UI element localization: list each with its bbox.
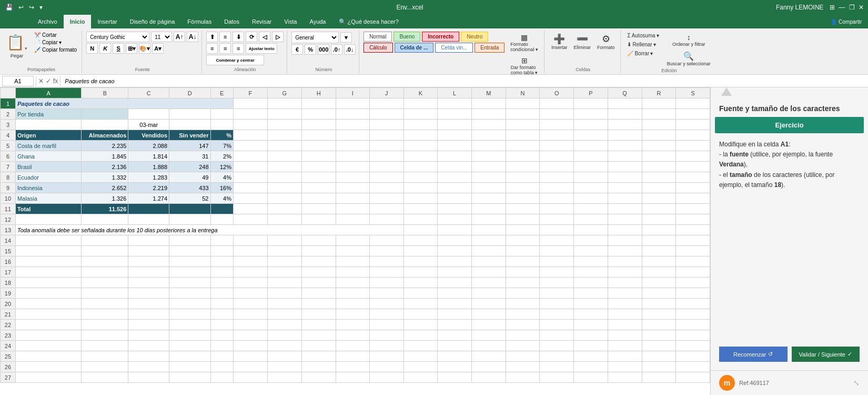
style-celdavin-btn[interactable]: Celda vin... [435, 43, 473, 53]
cell-l7[interactable] [438, 162, 472, 172]
cell-d5[interactable]: 147 [169, 141, 210, 151]
cell-r4[interactable] [642, 130, 676, 141]
align-left-btn[interactable]: ≡ [206, 43, 218, 54]
cell-p2[interactable] [574, 109, 608, 120]
cell-p7[interactable] [574, 162, 608, 172]
cell-g4[interactable] [267, 130, 301, 141]
cell-s9[interactable] [676, 183, 710, 193]
cell-c5[interactable]: 2.088 [128, 141, 169, 151]
col-header-a[interactable]: A [15, 88, 81, 98]
align-top-btn[interactable]: ⬆ [206, 32, 218, 42]
cell-o10[interactable] [540, 193, 574, 204]
cell-m13[interactable] [471, 225, 506, 235]
cell-b10[interactable]: 1.326 [82, 193, 128, 204]
cell-g10[interactable] [267, 193, 301, 204]
cell-h3[interactable] [301, 120, 336, 130]
sort-btn[interactable]: ↕ Ordenar y filtrar [664, 32, 713, 48]
cell-g3[interactable] [267, 120, 301, 130]
redo-icon[interactable]: ↪ [28, 3, 35, 12]
confirm-formula-icon[interactable]: ✓ [46, 77, 51, 85]
save-icon[interactable]: 💾 [4, 3, 14, 12]
cell-g6[interactable] [267, 151, 301, 162]
cell-n4[interactable] [506, 130, 540, 141]
cell-a5[interactable]: Costa de marfil [15, 141, 81, 151]
cell-d10[interactable]: 52 [169, 193, 210, 204]
cell-j1[interactable] [370, 98, 404, 109]
recomenzar-button[interactable]: Recomenzar ↺ [719, 347, 788, 362]
style-bueno-btn[interactable]: Bueno [393, 32, 420, 42]
col-header-p[interactable]: P [574, 88, 608, 98]
cell-i8[interactable] [336, 172, 369, 183]
col-header-h[interactable]: H [301, 88, 336, 98]
cell-c7[interactable]: 1.888 [128, 162, 169, 172]
format-btn[interactable]: ⚙ Formato [594, 32, 618, 52]
cell-s12[interactable] [676, 214, 710, 225]
cell-k7[interactable] [403, 162, 438, 172]
cell-m5[interactable] [471, 141, 506, 151]
cell-i4[interactable] [336, 130, 369, 141]
cell-h5[interactable] [301, 141, 336, 151]
cell-s7[interactable] [676, 162, 710, 172]
cell-r6[interactable] [642, 151, 676, 162]
cell-q4[interactable] [608, 130, 642, 141]
cell-j2[interactable] [370, 109, 404, 120]
cell-p8[interactable] [574, 172, 608, 183]
cell-m1[interactable] [471, 98, 506, 109]
cell-m12[interactable] [471, 214, 506, 225]
cell-n9[interactable] [506, 183, 540, 193]
col-header-g[interactable]: G [267, 88, 301, 98]
cell-o3[interactable] [540, 120, 574, 130]
cell-p1[interactable] [574, 98, 608, 109]
cell-o13[interactable] [540, 225, 574, 235]
cell-c12[interactable] [128, 214, 169, 225]
cell-b8[interactable]: 1.332 [82, 172, 128, 183]
cell-o4[interactable] [540, 130, 574, 141]
copy-button[interactable]: 📄 Copiar ▾ [33, 39, 78, 46]
cell-b5[interactable]: 2.235 [82, 141, 128, 151]
cell-r1[interactable] [642, 98, 676, 109]
cell-h8[interactable] [301, 172, 336, 183]
col-header-c[interactable]: C [128, 88, 169, 98]
cell-s4[interactable] [676, 130, 710, 141]
cell-b3[interactable] [82, 120, 128, 130]
cell-h2[interactable] [301, 109, 336, 120]
cell-c8[interactable]: 1.283 [128, 172, 169, 183]
cell-e4[interactable]: % [210, 130, 234, 141]
cell-c10[interactable]: 1.274 [128, 193, 169, 204]
style-entrada-btn[interactable]: Entrada [475, 43, 504, 53]
cell-j7[interactable] [370, 162, 404, 172]
col-header-i[interactable]: I [336, 88, 369, 98]
cell-r7[interactable] [642, 162, 676, 172]
cell-a12[interactable] [15, 214, 81, 225]
cell-p12[interactable] [574, 214, 608, 225]
cell-h12[interactable] [301, 214, 336, 225]
cancel-formula-icon[interactable]: ✕ [38, 77, 44, 85]
underline-button[interactable]: S [113, 43, 124, 54]
cell-d2[interactable] [169, 109, 210, 120]
cell-i7[interactable] [336, 162, 369, 172]
cell-f2[interactable] [234, 109, 268, 120]
align-center-btn[interactable]: ≡ [219, 43, 231, 54]
cell-g2[interactable] [267, 109, 301, 120]
font-size-select[interactable]: 11 [151, 32, 172, 42]
cell-q9[interactable] [608, 183, 642, 193]
font-decrease-btn[interactable]: A↓ [187, 32, 198, 42]
font-name-select[interactable]: Century Gothic [86, 32, 149, 42]
cell-r2[interactable] [642, 109, 676, 120]
cell-j6[interactable] [370, 151, 404, 162]
cut-button[interactable]: ✂️ Cortar [33, 32, 78, 38]
number-format-select[interactable]: General [291, 32, 339, 43]
cell-h4[interactable] [301, 130, 336, 141]
cell-p9[interactable] [574, 183, 608, 193]
cell-k6[interactable] [403, 151, 438, 162]
cell-i6[interactable] [336, 151, 369, 162]
col-header-r[interactable]: R [642, 88, 676, 98]
cell-l6[interactable] [438, 151, 472, 162]
cell-q2[interactable] [608, 109, 642, 120]
cell-f3[interactable] [234, 120, 268, 130]
cell-n13[interactable] [506, 225, 540, 235]
cell-m2[interactable] [471, 109, 506, 120]
cell-e3[interactable] [210, 120, 234, 130]
col-header-b[interactable]: B [82, 88, 128, 98]
tab-diseno[interactable]: Diseño de página [124, 15, 181, 28]
